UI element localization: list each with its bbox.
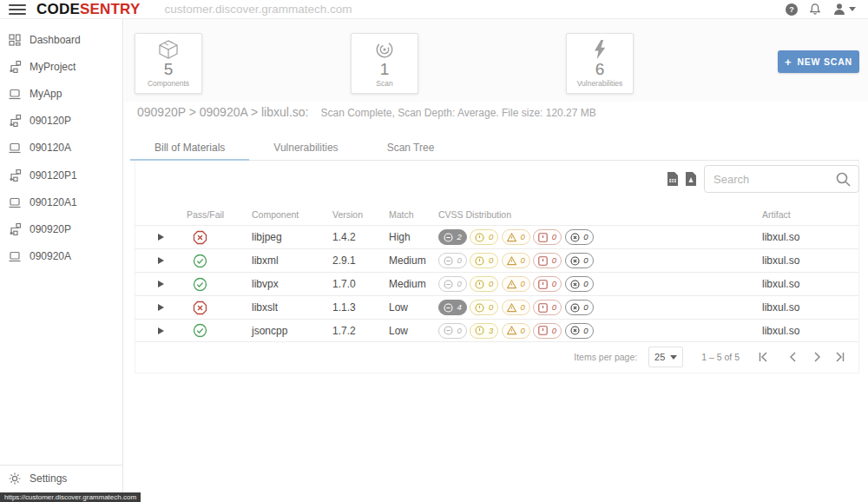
search-input[interactable] [705, 173, 835, 186]
col-header-component: Component [239, 209, 319, 220]
new-scan-button[interactable]: + NEW SCAN [778, 50, 859, 73]
pass-check-icon [193, 323, 207, 338]
plus-icon: + [785, 56, 792, 69]
cvss-none-badge: 0 [438, 253, 467, 268]
cvss-medium-badge: 0 [502, 300, 530, 315]
fail-x-icon [193, 301, 207, 315]
next-page-icon[interactable] [809, 349, 825, 365]
top-bar: CODESENTRY customer.discover.grammatech.… [0, 0, 868, 19]
sidebar-item[interactable]: 090120A1 [0, 188, 122, 215]
settings-label: Settings [30, 472, 67, 485]
cvss-critical-badge: 0 [565, 276, 594, 292]
summary-card-value: 6 [595, 61, 605, 78]
tab[interactable]: Vulnerabilities [249, 135, 362, 160]
cvss-low-badge: 0 [470, 229, 498, 245]
expand-row-icon[interactable] [158, 234, 164, 241]
project-icon [8, 114, 22, 128]
artifact-name: libxul.so [762, 231, 859, 243]
vulnerabilities-icon [589, 39, 611, 60]
cvss-distribution: 0 0 0 [427, 253, 596, 268]
cvss-critical-badge: 0 [565, 300, 594, 315]
cvss-none-badge: 4 [438, 300, 467, 315]
pass-check-icon [193, 277, 207, 292]
cvss-high-badge: 0 [533, 300, 562, 315]
cvss-distribution: 0 3 0 [427, 323, 596, 339]
expand-row-icon[interactable] [158, 257, 164, 264]
cvss-none-badge: 0 [438, 276, 467, 292]
status-bar-url: https://customer.discover.grammatech.com [0, 492, 141, 502]
expand-row-icon[interactable] [158, 327, 164, 334]
summary-card-value: 1 [380, 61, 390, 78]
table-row: libjpeg 1.4.2 High 2 0 [135, 225, 859, 248]
user-account-icon[interactable] [832, 3, 856, 16]
sidebar-item[interactable]: 090120A [0, 135, 122, 162]
bill-of-materials-panel: Pass/Fail Component Version Match CVSS D… [135, 161, 859, 373]
breadcrumb: 090920P > 090920A > libxul.so: Scan Comp… [137, 105, 596, 119]
component-version: 1.1.3 [319, 301, 375, 314]
fail-x-icon [193, 230, 207, 245]
summary-card-value: 5 [164, 61, 174, 78]
scan-icon [373, 39, 396, 60]
components-table: Pass/Fail Component Version Match CVSS D… [135, 204, 859, 342]
project-icon [8, 60, 22, 74]
sidebar-item[interactable]: 090920P [0, 215, 122, 242]
app-logo: CODESENTRY [36, 1, 140, 18]
export-report-icon[interactable] [667, 172, 679, 186]
sidebar-item-settings[interactable]: Settings [0, 465, 122, 491]
component-name: libxml [239, 254, 319, 267]
last-page-icon[interactable] [832, 349, 848, 365]
sidebar-item-label: 090920P [30, 223, 71, 235]
sidebar-item[interactable]: MyApp [0, 80, 122, 107]
sidebar-item[interactable]: 090120P1 [0, 162, 122, 188]
sidebar-item-label: 090120P [30, 115, 71, 127]
table-row: libxslt 1.1.3 Low 4 0 [135, 295, 859, 319]
summary-card-label: Components [148, 79, 189, 88]
cvss-low-badge: 0 [470, 253, 498, 268]
sidebar-item[interactable]: 090920A [0, 243, 122, 270]
sidebar-item[interactable]: 090120P [0, 108, 122, 135]
items-per-page-select[interactable]: 25 [648, 347, 683, 367]
previous-page-icon[interactable] [786, 349, 801, 365]
chevron-down-icon [849, 7, 856, 11]
expand-row-icon[interactable] [158, 304, 164, 311]
tab[interactable]: Scan Tree [363, 135, 459, 160]
component-name: libjpeg [239, 231, 319, 243]
artifact-name: libxul.so [762, 254, 859, 267]
cvss-medium-badge: 0 [502, 229, 530, 245]
app-icon [8, 195, 22, 209]
match-level: Medium [375, 254, 427, 267]
cvss-high-badge: 0 [533, 229, 562, 245]
sidebar-item-label: MyApp [30, 88, 62, 100]
cvss-distribution: 2 0 0 [427, 229, 596, 245]
search-icon[interactable] [835, 171, 852, 188]
gear-icon [8, 472, 22, 485]
expand-row-icon[interactable] [158, 281, 164, 287]
scan-status-text: Scan Complete, Scan Depth: Average. File… [320, 107, 595, 119]
export-pdf-icon[interactable] [685, 172, 697, 186]
cvss-medium-badge: 0 [502, 323, 530, 339]
search-box [704, 165, 859, 193]
cvss-distribution: 0 0 0 [427, 276, 596, 292]
sidebar-item[interactable]: Dashboard [0, 26, 122, 53]
hamburger-menu-icon[interactable] [9, 4, 26, 15]
notifications-bell-icon[interactable] [809, 3, 821, 16]
app-icon [8, 141, 22, 155]
sidebar-item[interactable]: MyProject [0, 53, 122, 80]
cvss-high-badge: 0 [533, 323, 562, 339]
cvss-distribution: 4 0 0 [427, 300, 596, 315]
help-icon[interactable]: ? [786, 3, 798, 16]
col-header-pass-fail: Pass/Fail [174, 209, 239, 220]
summary-card: 1 Scan [351, 33, 418, 94]
cvss-low-badge: 0 [470, 300, 498, 315]
summary-strip [124, 19, 868, 102]
tab[interactable]: Bill of Materials [130, 135, 249, 160]
match-level: Low [375, 325, 427, 337]
sidebar: Dashboard MyProject [0, 19, 123, 502]
cvss-low-badge: 3 [470, 323, 498, 339]
match-level: High [375, 231, 427, 243]
component-version: 2.9.1 [319, 254, 375, 267]
cvss-none-badge: 2 [438, 229, 467, 245]
first-page-icon[interactable] [755, 349, 771, 365]
table-header-row: Pass/Fail Component Version Match CVSS D… [135, 204, 859, 225]
cvss-critical-badge: 0 [565, 253, 594, 268]
